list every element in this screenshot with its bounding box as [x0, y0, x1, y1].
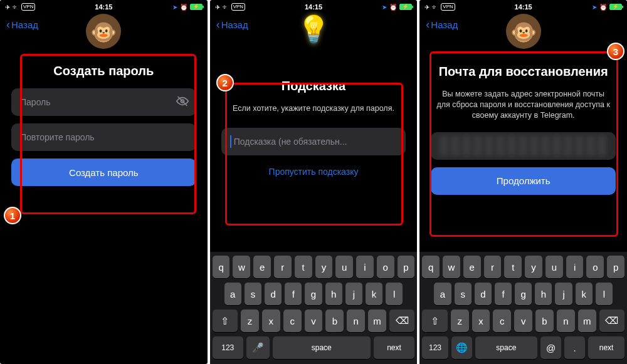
phone-screen-2: ✈ ᯤ VPN 14:15 ➤ ⏰ ⚡ ‹ Назад 💡 Подсказка … [210, 0, 418, 364]
key-a[interactable]: a [224, 283, 241, 305]
key-v[interactable]: v [305, 309, 323, 332]
key-h[interactable]: h [535, 283, 552, 305]
key-g[interactable]: g [305, 283, 322, 305]
password-input[interactable]: Пароль [11, 88, 196, 116]
key-r[interactable]: r [274, 256, 292, 278]
battery-icon: ⚡ [609, 4, 622, 10]
key-dot[interactable]: . [564, 336, 585, 359]
page-title: Подсказка [221, 79, 406, 93]
status-bar: ✈ ᯤ VPN 14:15 ➤ ⏰ ⚡ [419, 0, 627, 14]
key-backspace[interactable]: ⌫ [389, 309, 414, 332]
key-shift[interactable]: ⇧ [213, 309, 238, 332]
key-e[interactable]: e [253, 256, 271, 278]
key-m[interactable]: m [578, 309, 596, 332]
email-input[interactable] [431, 132, 616, 160]
create-password-button[interactable]: Создать пароль [11, 159, 196, 186]
page-subtitle: Если хотите, укажите подсказку для парол… [221, 103, 406, 114]
key-y[interactable]: y [315, 256, 333, 278]
key-r[interactable]: r [484, 256, 502, 278]
keyboard-row-2: a s d f g h j k l [422, 283, 624, 305]
key-c[interactable]: c [283, 309, 302, 332]
key-j[interactable]: j [345, 283, 362, 305]
key-t[interactable]: t [295, 256, 312, 278]
key-b[interactable]: b [325, 309, 344, 332]
key-f[interactable]: f [495, 283, 512, 305]
key-space[interactable]: space [475, 336, 537, 359]
content-area: Подсказка Если хотите, укажите подсказку… [210, 35, 418, 252]
key-m[interactable]: m [368, 309, 386, 332]
repeat-password-input[interactable]: Повторите пароль [11, 123, 196, 151]
key-o[interactable]: o [377, 256, 394, 278]
key-i[interactable]: i [566, 256, 584, 278]
chevron-left-icon: ‹ [216, 19, 220, 30]
key-x[interactable]: x [472, 309, 490, 332]
key-mic[interactable]: 🎤 [246, 336, 270, 359]
back-button[interactable]: ‹ Назад [216, 19, 248, 30]
location-icon: ➤ [382, 4, 387, 11]
key-u[interactable]: u [335, 256, 353, 278]
key-n[interactable]: n [557, 309, 575, 332]
nav-bar: ‹ Назад 💡 [210, 14, 418, 35]
key-c[interactable]: c [493, 309, 511, 332]
key-p[interactable]: p [607, 256, 624, 278]
key-at[interactable]: @ [540, 336, 561, 359]
continue-button[interactable]: Продолжить [431, 167, 616, 195]
key-k[interactable]: k [576, 283, 593, 305]
key-q[interactable]: q [213, 256, 230, 278]
key-s[interactable]: s [245, 283, 261, 305]
key-j[interactable]: j [555, 283, 572, 305]
key-globe[interactable]: 🌐 [451, 336, 472, 359]
key-z[interactable]: z [241, 309, 259, 332]
location-icon: ➤ [172, 4, 177, 11]
key-y[interactable]: y [525, 256, 542, 278]
key-q[interactable]: q [422, 256, 440, 278]
key-next[interactable]: next [588, 336, 624, 359]
key-h[interactable]: h [325, 283, 342, 305]
keyboard: q w e r t y u i o p a s d f g h j k [210, 252, 418, 364]
key-d[interactable]: d [265, 283, 282, 305]
keyboard: q w e r t y u i o p a s d f g h j k [419, 252, 627, 364]
key-l[interactable]: l [386, 283, 403, 305]
key-shift[interactable]: ⇧ [422, 309, 447, 332]
key-123[interactable]: 123 [422, 336, 448, 359]
back-button[interactable]: ‹ Назад [6, 19, 38, 30]
key-d[interactable]: d [475, 283, 492, 305]
phone-screen-3: ✈ ᯤ VPN 14:15 ➤ ⏰ ⚡ ‹ Назад 🐵 Почта для … [419, 0, 627, 364]
key-b[interactable]: b [535, 309, 554, 332]
key-123[interactable]: 123 [213, 336, 243, 359]
key-e[interactable]: e [463, 256, 481, 278]
key-u[interactable]: u [545, 256, 563, 278]
key-backspace[interactable]: ⌫ [599, 309, 624, 332]
globe-icon: 🌐 [456, 342, 468, 353]
key-i[interactable]: i [356, 256, 374, 278]
key-g[interactable]: g [515, 283, 532, 305]
key-p[interactable]: p [398, 256, 415, 278]
key-o[interactable]: o [586, 256, 604, 278]
key-l[interactable]: l [596, 283, 613, 305]
key-space[interactable]: space [273, 336, 371, 359]
chevron-left-icon: ‹ [6, 19, 10, 30]
hint-input[interactable]: Подсказка (не обязательн... [221, 128, 406, 155]
eye-off-icon[interactable] [176, 95, 189, 110]
back-button[interactable]: ‹ Назад [426, 19, 458, 30]
key-f[interactable]: f [285, 283, 302, 305]
key-x[interactable]: x [262, 309, 280, 332]
key-a[interactable]: a [434, 283, 451, 305]
key-w[interactable]: w [443, 256, 460, 278]
nav-bar: ‹ Назад 🐵 [419, 14, 627, 35]
alarm-icon: ⏰ [180, 4, 187, 11]
key-v[interactable]: v [514, 309, 532, 332]
key-z[interactable]: z [451, 309, 469, 332]
key-t[interactable]: t [504, 256, 522, 278]
key-w[interactable]: w [233, 256, 250, 278]
key-k[interactable]: k [366, 283, 382, 305]
vpn-badge: VPN [21, 3, 35, 11]
key-s[interactable]: s [455, 283, 472, 305]
content-area: Почта для восстановления Вы можете задат… [419, 35, 627, 252]
key-n[interactable]: n [347, 309, 365, 332]
keyboard-row-3: ⇧ z x c v b n m ⌫ [213, 309, 415, 332]
input-placeholder: Пароль [20, 97, 51, 107]
skip-hint-button[interactable]: Пропустить подсказку [221, 163, 406, 180]
key-next[interactable]: next [374, 336, 415, 359]
step-badge-3: 3 [607, 43, 624, 60]
